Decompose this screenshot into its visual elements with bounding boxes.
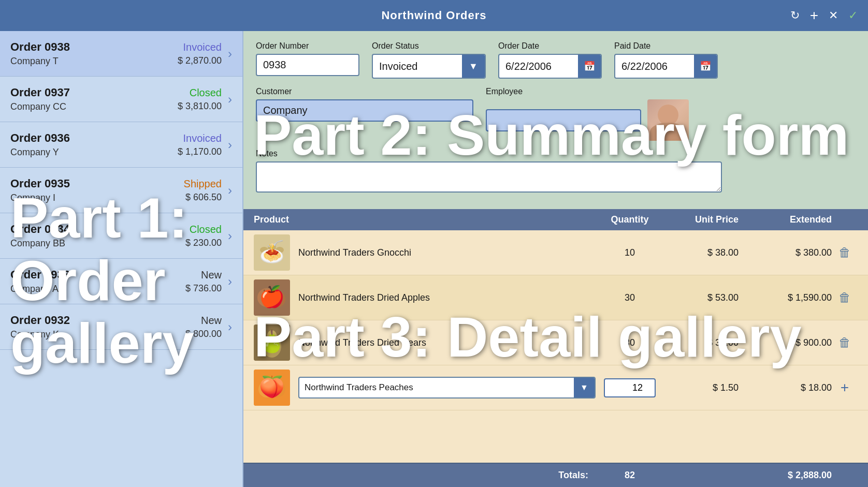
product-extended: $ 900.00 (739, 337, 832, 348)
paid-date-label: Paid Date (614, 41, 718, 51)
product-thumbnail (254, 279, 290, 316)
order-status-label: Order Status (372, 41, 486, 51)
product-thumbnail (254, 324, 290, 361)
delete-row-button[interactable]: 🗑 (838, 335, 851, 350)
paid-date-calendar-button[interactable]: 📅 (694, 55, 717, 78)
svg-point-3 (276, 247, 284, 253)
product-extended: $ 1,590.00 (739, 292, 832, 303)
order-item[interactable]: Order 0933 Company A New $ 736.00 › (0, 259, 242, 304)
table-row: Northwind Traders Gnocchi 10 $ 38.00 $ 3… (243, 230, 868, 275)
svg-line-10 (276, 291, 277, 300)
totals-extended: $ 2,888.00 (739, 470, 832, 481)
product-dropdown-button[interactable]: ▼ (574, 378, 595, 397)
order-date-picker[interactable]: 6/22/2006 📅 (498, 54, 602, 79)
order-status: Closed (185, 224, 222, 235)
order-amount: $ 606.50 (184, 192, 222, 203)
add-icon[interactable]: + (810, 7, 818, 24)
order-status-select[interactable]: Invoiced ▼ (372, 54, 486, 79)
order-date-calendar-button[interactable]: 📅 (578, 55, 601, 78)
order-company: Company A (10, 284, 70, 294)
order-item[interactable]: Order 0932 Company K New $ 800.00 › (0, 304, 242, 350)
order-item[interactable]: Order 0937 Company CC Closed $ 3,810.00 … (0, 77, 242, 122)
window-controls: ↻ + ✕ ✓ (790, 7, 858, 24)
order-status-dropdown-button[interactable]: ▼ (462, 55, 485, 78)
paid-date-value: 6/22/2006 (615, 56, 694, 77)
svg-point-17 (269, 381, 285, 397)
delete-row-button[interactable]: 🗑 (838, 290, 851, 305)
product-unit-price: $ 30.00 (661, 337, 739, 348)
title-bar: Northwind Orders ↻ + ✕ ✓ (0, 0, 868, 31)
detail-header-extended: Extended (739, 214, 832, 225)
totals-row: Totals: 82 $ 2,888.00 (243, 463, 868, 487)
avatar (647, 99, 689, 141)
customer-group: Customer (256, 87, 473, 122)
employee-label: Employee (486, 87, 689, 96)
order-company: Company BB (10, 238, 70, 249)
new-product-name: Northwind Traders Peaches (299, 379, 574, 396)
table-row: Northwind Traders Dried Pears 30 $ 30.00… (243, 320, 868, 365)
new-product-quantity[interactable] (604, 378, 656, 397)
svg-point-13 (267, 330, 277, 345)
order-status: Shipped (184, 178, 222, 190)
notes-field[interactable] (256, 161, 722, 193)
employee-section (486, 99, 689, 141)
order-status: Invoiced (178, 41, 222, 53)
table-row: Northwind Traders Dried Apples 30 $ 53.0… (243, 275, 868, 320)
totals-label: Totals: (254, 470, 599, 481)
order-item[interactable]: Order 0938 Company T Invoiced $ 2,870.00… (0, 31, 242, 77)
customer-field[interactable] (256, 99, 473, 122)
delete-action: 🗑 (832, 335, 858, 350)
order-company: Company Y (10, 147, 70, 158)
product-name: Northwind Traders Dried Pears (298, 337, 599, 348)
detail-header-quantity: Quantity (599, 214, 661, 225)
order-item[interactable]: Order 0934 Company BB Closed $ 230.00 › (0, 213, 242, 259)
order-amount: $ 3,810.00 (178, 101, 222, 112)
add-row-button[interactable]: + (832, 379, 858, 396)
order-amount: $ 2,870.00 (178, 55, 222, 66)
order-date-label: Order Date (498, 41, 602, 51)
svg-point-1 (260, 247, 268, 253)
order-number: Order 0935 (10, 177, 70, 190)
order-date-value: 6/22/2006 (499, 56, 578, 77)
product-extended: $ 380.00 (739, 247, 832, 258)
product-unit-price: $ 38.00 (661, 247, 739, 258)
svg-point-16 (258, 381, 275, 397)
svg-rect-15 (254, 370, 290, 406)
order-number: Order 0937 (10, 86, 70, 99)
summary-form: Order Number 0938 Order Status Invoiced … (243, 31, 868, 209)
svg-point-4 (263, 253, 271, 259)
product-quantity: 10 (599, 247, 661, 258)
order-item[interactable]: Order 0935 Company I Shipped $ 606.50 › (0, 168, 242, 213)
order-company: Company I (10, 193, 70, 203)
order-number: Order 0933 (10, 268, 70, 282)
close-icon[interactable]: ✕ (829, 9, 838, 22)
right-panel: Order Number 0938 Order Status Invoiced … (243, 31, 868, 487)
order-number-group: Order Number 0938 (256, 41, 359, 76)
order-company: Company T (10, 56, 70, 67)
employee-field[interactable] (486, 109, 641, 131)
order-amount: $ 230.00 (185, 238, 222, 248)
svg-point-12 (263, 335, 281, 358)
order-company: Company CC (10, 101, 70, 112)
product-quantity: 30 (599, 337, 661, 348)
order-number: Order 0936 (10, 131, 70, 145)
product-thumbnail (254, 234, 290, 271)
svg-line-9 (264, 290, 267, 301)
order-number: Order 0932 (10, 314, 70, 327)
confirm-icon[interactable]: ✓ (848, 9, 858, 22)
svg-point-5 (271, 252, 280, 258)
notes-label: Notes (256, 149, 722, 158)
order-item[interactable]: Order 0936 Company Y Invoiced $ 1,170.00… (0, 122, 242, 168)
add-action: + (832, 379, 858, 396)
order-status-value: Invoiced (373, 56, 462, 77)
svg-rect-0 (254, 234, 290, 271)
svg-rect-6 (254, 279, 290, 316)
product-select[interactable]: Northwind Traders Peaches ▼ (298, 377, 596, 399)
delete-row-button[interactable]: 🗑 (838, 245, 851, 260)
refresh-icon[interactable]: ↻ (790, 9, 800, 22)
delete-action: 🗑 (832, 245, 858, 260)
order-status-group: Order Status Invoiced ▼ (372, 41, 486, 79)
order-status: New (185, 315, 222, 327)
order-number-field[interactable]: 0938 (256, 54, 359, 76)
paid-date-picker[interactable]: 6/22/2006 📅 (614, 54, 718, 79)
